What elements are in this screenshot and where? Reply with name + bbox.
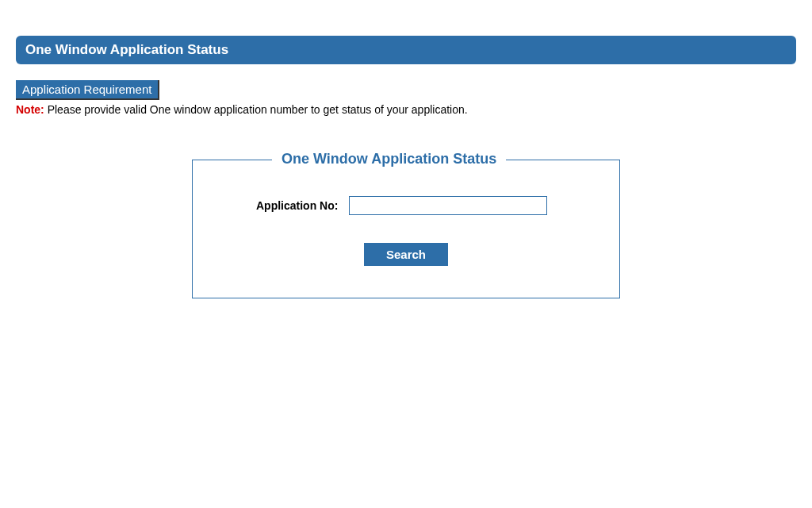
application-no-row: Application No: <box>256 196 596 215</box>
search-button[interactable]: Search <box>364 243 448 266</box>
application-no-label: Application No: <box>256 199 338 212</box>
form-wrapper: One Window Application Status Applicatio… <box>16 160 796 298</box>
search-button-label: Search <box>386 248 426 261</box>
form-legend: One Window Application Status <box>272 151 506 167</box>
application-no-input[interactable] <box>349 196 547 215</box>
form-fieldset: One Window Application Status Applicatio… <box>192 160 620 298</box>
note-label: Note: <box>16 103 44 116</box>
page-title: One Window Application Status <box>16 36 796 64</box>
note-line: Note: Please provide valid One window ap… <box>16 103 796 116</box>
note-text: Please provide valid One window applicat… <box>44 103 468 116</box>
page-title-text: One Window Application Status <box>25 42 228 57</box>
sub-header: Application Requirement Note: Please pro… <box>16 80 796 116</box>
requirement-badge: Application Requirement <box>16 80 159 100</box>
button-row: Search <box>216 243 596 266</box>
requirement-text: Application Requirement <box>22 83 151 96</box>
